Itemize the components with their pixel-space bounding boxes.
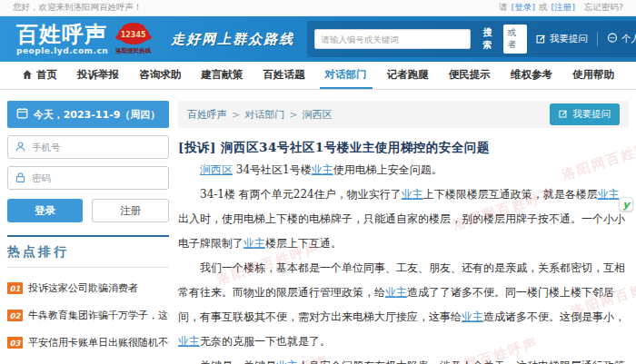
- paragraph-text: 34-1楼 有两个单元224住户，物业实行了: [200, 188, 402, 201]
- nav-item-label: 百姓话题: [263, 68, 304, 82]
- today-date: 今天，2023-11-9（周四）: [34, 108, 161, 122]
- nav-item-label: 记者跑腿: [387, 68, 429, 82]
- nav-item-建言献策[interactable]: 建言献策: [195, 62, 248, 89]
- breadcrumb-item-对话部门[interactable]: 对话部门: [244, 108, 284, 122]
- post-paragraph: 关键是，关键是业主人身安全问题存在极大隐患，涉及人命关天。这种电梯限层通行政策 …: [178, 354, 629, 364]
- breadcrumb-separator: >: [232, 109, 240, 121]
- sidebar: 今天，2023-11-9（周四） 登录 注册 热点排行 01投诉这家公司欺骗消费…: [7, 101, 169, 364]
- nav-item-对话部门[interactable]: 对话部门: [320, 62, 373, 89]
- nav-item-使用帮助[interactable]: 使用帮助: [567, 62, 620, 89]
- keyword-link[interactable]: 涧西区: [200, 163, 233, 176]
- hot-rank-badge: 03: [7, 337, 23, 349]
- site-header: 百姓呼声 people.lyd.com.cn 12345 洛阳便民热线 走好网上…: [0, 16, 636, 62]
- post-title: [投诉] 涧西区34号社区1号楼业主使用梯控的安全问题: [178, 140, 629, 156]
- header-ask-button[interactable]: 我要提问: [532, 31, 591, 47]
- site-logo[interactable]: 百姓呼声 people.lyd.com.cn: [16, 24, 108, 55]
- hot-list-item[interactable]: 01投诉这家公司欺骗消费者: [7, 281, 169, 295]
- keyword-link[interactable]: 业主: [598, 188, 620, 201]
- nav-item-label: 建言献策: [201, 68, 243, 82]
- nav-item-维权参考[interactable]: 维权参考: [505, 62, 558, 89]
- person-icon: [15, 139, 26, 156]
- keyword-link[interactable]: 业主: [276, 359, 298, 364]
- paragraph-text: 使用电梯上安全问题。: [333, 163, 442, 176]
- search-input[interactable]: [314, 29, 471, 49]
- keyword-link[interactable]: 业主: [385, 286, 407, 299]
- nav-item-咨询求助[interactable]: 咨询求助: [134, 62, 186, 89]
- hot-ranking-title: 热点排行: [7, 244, 169, 268]
- password-input[interactable]: [32, 172, 162, 183]
- main-content: 百姓呼声>对话部门>涧西区 我要提问 [投诉] 涧西区34号社区1号楼业主使用梯…: [178, 101, 629, 364]
- hot-ranking-box: 热点排行 01投诉这家公司欺骗消费者02牛犇教育集团诈骗千万学子，这件事情何03…: [7, 235, 169, 364]
- hot-rank-badge: 02: [7, 310, 23, 321]
- post-tag: [投诉]: [178, 140, 216, 154]
- date-bar: 今天，2023-11-9（周四）: [7, 101, 169, 128]
- post-paragraph: 我们一个楼栋，基本都是一个单位同事、工友、朋友、还有的是亲戚，关系都密切，互相常…: [178, 256, 629, 354]
- site-domain: people.lyd.com.cn: [16, 47, 108, 55]
- nav-item-label: 对话部门: [325, 68, 367, 82]
- login-link[interactable]: [登录]: [512, 2, 535, 14]
- phone-field-wrap: [7, 135, 169, 159]
- chat-bubble-icon: [607, 33, 618, 45]
- or-word: 或: [539, 2, 548, 14]
- floating-widget-icon[interactable]: y: [619, 197, 633, 212]
- hot-list-item[interactable]: 02牛犇教育集团诈骗千万学子，这件事情何: [7, 309, 169, 322]
- nav-item-首页[interactable]: 首页: [16, 62, 63, 89]
- site-slogan: 走好网上群众路线: [171, 31, 294, 48]
- hotline-badge: 12345 洛阳便民热线: [115, 25, 151, 55]
- hot-ranking-list: 01投诉这家公司欺骗消费者02牛犇教育集团诈骗千万学子，这件事情何03平安信用卡…: [7, 281, 169, 364]
- paragraph-text: 上下楼限楼层互通政策，就是各楼层: [423, 188, 598, 201]
- pre-login-text: 请: [499, 2, 508, 14]
- utility-bar: 您好，欢迎来到洛阳网百姓呼声！ 请 [登录] 或 [注册] 忘记密码?: [0, 0, 636, 16]
- paragraph-text: 34号社区1号楼: [233, 163, 312, 176]
- nav-item-记者跑腿[interactable]: 记者跑腿: [382, 62, 434, 89]
- post-body: 涧西区 34号社区1号楼业主使用电梯上安全问题。34-1楼 有两个单元224住户…: [178, 158, 629, 364]
- nav-item-百姓话题[interactable]: 百姓话题: [257, 62, 310, 89]
- hot-rank-badge: 01: [7, 282, 23, 294]
- keyword-link[interactable]: 业主: [243, 237, 265, 250]
- forgot-password-link[interactable]: 忘记密码?: [584, 2, 623, 14]
- nav-item-label: 维权参考: [511, 68, 552, 82]
- password-field-wrap: [7, 166, 169, 190]
- paragraph-text: 关键是，关键是: [200, 359, 276, 364]
- breadcrumb-item-百姓呼声[interactable]: 百姓呼声: [187, 108, 227, 122]
- register-link[interactable]: [注册]: [552, 2, 575, 14]
- hotline-12345-icon: 12345: [118, 25, 149, 44]
- post-paragraph: 34-1楼 有两个单元224住户，物业实行了业主上下楼限楼层互通政策，就是各楼层…: [178, 182, 629, 256]
- nav-item-label: 便民提示: [449, 68, 491, 82]
- hot-list-item[interactable]: 03平安信用卡账单日出账很随机不合理: [7, 336, 169, 349]
- header-search-band: 搜索 或者 我要提问 个人中心: [307, 21, 636, 57]
- keyword-link[interactable]: 业主: [178, 335, 200, 348]
- search-button[interactable]: 搜索: [476, 25, 498, 54]
- pencil-icon: [536, 34, 546, 45]
- paragraph-text: 无奈的克服一下也就是了。: [200, 335, 331, 348]
- phone-input[interactable]: [32, 142, 162, 152]
- post-paragraph: 涧西区 34号社区1号楼业主使用电梯上安全问题。: [178, 158, 629, 182]
- keyword-link[interactable]: 业主: [462, 310, 483, 323]
- user-center-button[interactable]: 个人中心: [603, 31, 636, 47]
- keyword-link[interactable]: 业主: [312, 163, 333, 176]
- lock-icon: [15, 170, 26, 187]
- home-icon: [22, 69, 33, 80]
- breadcrumb: 百姓呼声>对话部门>涧西区: [187, 108, 332, 122]
- or-label: 或者: [503, 25, 526, 54]
- nav-item-便民提示[interactable]: 便民提示: [443, 62, 496, 89]
- calendar-icon: [16, 107, 28, 122]
- breadcrumb-item-涧西区[interactable]: 涧西区: [302, 108, 332, 122]
- hot-item-text: 投诉这家公司欺骗消费者: [28, 281, 138, 295]
- keyword-link[interactable]: 业主: [402, 188, 423, 201]
- register-button[interactable]: 注册: [92, 199, 169, 222]
- breadcrumb-separator: >: [289, 109, 297, 121]
- login-button[interactable]: 登录: [7, 199, 83, 222]
- nav-item-label: 咨询求助: [139, 68, 181, 82]
- nav-item-投诉举报[interactable]: 投诉举报: [72, 62, 124, 89]
- hotline-caption: 洛阳便民热线: [115, 47, 151, 55]
- welcome-text: 您好，欢迎来到洛阳网百姓呼声！: [13, 2, 143, 14]
- breadcrumb-ask-button[interactable]: 我要提问: [550, 103, 620, 125]
- hot-item-text: 平安信用卡账单日出账很随机不合理: [28, 336, 169, 349]
- nav-item-label: 投诉举报: [77, 68, 119, 82]
- divider: [597, 32, 598, 46]
- pencil-icon: [559, 109, 568, 120]
- hot-item-text: 牛犇教育集团诈骗千万学子，这件事情何: [28, 309, 169, 322]
- site-name: 百姓呼声: [16, 24, 108, 45]
- nav-item-label: 首页: [36, 68, 57, 82]
